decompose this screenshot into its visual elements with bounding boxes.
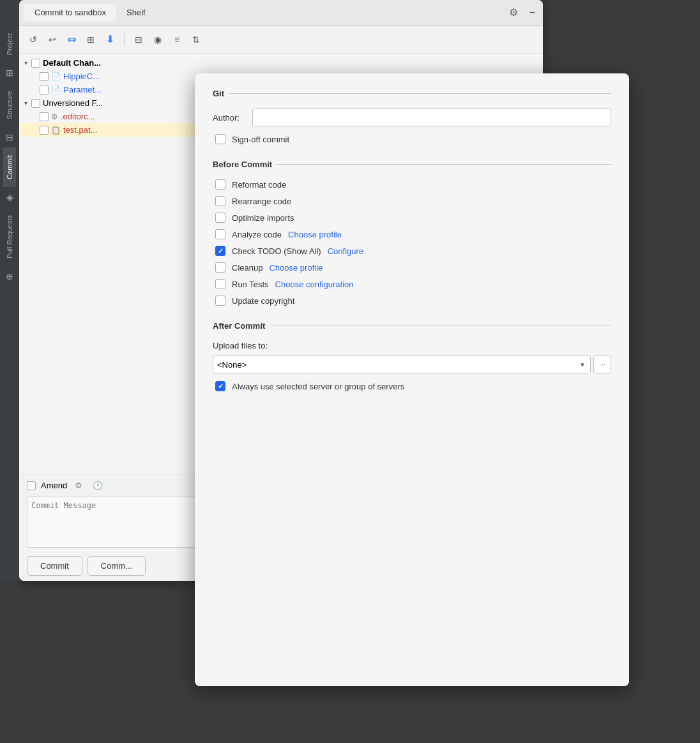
cleanup-profile-link[interactable]: Choose profile bbox=[269, 263, 323, 273]
amend-clock-icon[interactable]: 🕐 bbox=[90, 479, 105, 492]
runtests-config-link[interactable]: Choose configuration bbox=[275, 280, 354, 289]
left-sidebar: Project ⊞ Structure ⊟ Commit ◈ Pull Requ… bbox=[0, 0, 19, 581]
file-name-editorconfig: .editorc... bbox=[61, 112, 95, 121]
checktodo-row: Check TODO (Show All) Configure bbox=[213, 246, 611, 256]
diff-button[interactable]: ⇔ bbox=[64, 32, 79, 47]
after-commit-section: After Commit Upload files to: <None> ···… bbox=[213, 321, 611, 391]
sidebar-structure-grid-icon: ⊟ bbox=[6, 127, 13, 147]
signoff-row: Sign-off commit bbox=[213, 134, 611, 144]
upload-dropdown-wrapper: <None> bbox=[213, 356, 591, 373]
checkbox-editorconfig[interactable] bbox=[40, 112, 49, 121]
more-options-button[interactable]: ··· bbox=[593, 356, 611, 373]
checkbox-testpat[interactable] bbox=[40, 126, 49, 135]
after-commit-title: After Commit bbox=[213, 321, 611, 331]
sidebar-pr-icon: ⊕ bbox=[6, 266, 13, 287]
upload-dropdown-row: <None> ··· bbox=[213, 356, 611, 373]
sidebar-item-project[interactable]: Project bbox=[3, 26, 16, 63]
upload-dropdown[interactable]: <None> bbox=[213, 356, 591, 373]
checktodo-label: Check TODO (Show All) bbox=[232, 246, 321, 256]
checkbox-paramet[interactable] bbox=[40, 86, 49, 94]
always-use-checkbox[interactable] bbox=[215, 381, 225, 391]
download-button[interactable]: ⬇ bbox=[102, 32, 118, 47]
runtests-checkbox[interactable] bbox=[215, 279, 225, 289]
before-commit-section: Before Commit Reformat code Rearrange co… bbox=[213, 160, 611, 306]
rearrange-label: Rearrange code bbox=[232, 197, 291, 206]
analyze-checkbox[interactable] bbox=[215, 229, 225, 239]
commit-push-button[interactable]: Comm... bbox=[88, 556, 146, 576]
file-name-paramet: Paramet... bbox=[63, 85, 102, 94]
git-section: Git Author: Sign-off commit bbox=[213, 89, 611, 144]
file-name-hippiec: HippieC... bbox=[63, 71, 100, 81]
author-input[interactable] bbox=[252, 109, 611, 126]
copyright-checkbox[interactable] bbox=[215, 296, 225, 306]
undo-button[interactable]: ↩ bbox=[45, 32, 60, 47]
unversioned-name: Unversioned F... bbox=[43, 98, 103, 108]
reformat-checkbox[interactable] bbox=[215, 179, 225, 190]
sidebar-item-commit[interactable]: Commit bbox=[3, 147, 16, 187]
clipboard-button[interactable]: ⊞ bbox=[83, 32, 98, 47]
optimize-label: Optimize imports bbox=[232, 213, 294, 223]
checktodo-checkbox[interactable] bbox=[215, 246, 225, 256]
copyright-label: Update copyright bbox=[232, 296, 294, 306]
git-section-title: Git bbox=[213, 89, 611, 98]
file-icon-hippiec: 📄 bbox=[51, 72, 61, 81]
changelist-name: Default Chan... bbox=[43, 58, 101, 68]
file-name-testpat: test.pat... bbox=[63, 125, 97, 135]
cleanup-checkbox[interactable] bbox=[215, 262, 225, 273]
group-button[interactable]: ⊟ bbox=[131, 32, 146, 47]
before-commit-title: Before Commit bbox=[213, 160, 611, 169]
checkbox-unversioned[interactable] bbox=[31, 99, 40, 108]
sort2-button[interactable]: ⇅ bbox=[188, 32, 204, 47]
analyze-profile-link[interactable]: Choose profile bbox=[288, 230, 342, 239]
settings-gear-icon[interactable]: ⚙ bbox=[506, 5, 521, 20]
amend-label: Amend bbox=[41, 481, 67, 490]
analyze-label: Analyze code bbox=[232, 230, 282, 239]
settings-panel: Git Author: Sign-off commit Before Commi… bbox=[195, 73, 629, 686]
signoff-label: Sign-off commit bbox=[232, 135, 289, 144]
file-icon-editorconfig: ⚙ bbox=[51, 112, 58, 121]
file-icon-paramet: 📄 bbox=[51, 86, 61, 94]
separator bbox=[124, 33, 125, 46]
copyright-row: Update copyright bbox=[213, 296, 611, 306]
cleanup-row: Cleanup Choose profile bbox=[213, 262, 611, 273]
checkbox-hippiec[interactable] bbox=[40, 72, 49, 81]
configure-link[interactable]: Configure bbox=[328, 246, 363, 256]
analyze-row: Analyze code Choose profile bbox=[213, 229, 611, 239]
refresh-button[interactable]: ↺ bbox=[26, 32, 41, 47]
checkbox-defaultchangelist[interactable] bbox=[31, 59, 40, 68]
rearrange-row: Rearrange code bbox=[213, 196, 611, 206]
upload-label: Upload files to: bbox=[213, 341, 611, 350]
reformat-row: Reformat code bbox=[213, 179, 611, 190]
reformat-label: Reformat code bbox=[232, 180, 286, 190]
signoff-checkbox[interactable] bbox=[215, 134, 225, 144]
author-label: Author: bbox=[213, 113, 245, 123]
optimize-checkbox[interactable] bbox=[215, 213, 225, 223]
file-icon-testpat: 📋 bbox=[51, 126, 61, 135]
tab-settings-area: ⚙ − bbox=[506, 5, 538, 20]
always-use-row: Always use selected server or group of s… bbox=[213, 381, 611, 391]
minimize-icon[interactable]: − bbox=[527, 6, 538, 20]
tab-shelf[interactable]: Shelf bbox=[116, 4, 156, 21]
eye-button[interactable]: ◉ bbox=[150, 32, 165, 47]
sidebar-git-icon: ◈ bbox=[6, 187, 13, 207]
sort1-button[interactable]: ≡ bbox=[169, 32, 185, 47]
sidebar-item-structure[interactable]: Structure bbox=[3, 83, 16, 127]
tab-commit[interactable]: Commit to sandbox bbox=[24, 4, 116, 21]
amend-settings-icon[interactable]: ⚙ bbox=[72, 479, 85, 492]
commit-button[interactable]: Commit bbox=[27, 556, 82, 576]
always-use-label: Always use selected server or group of s… bbox=[232, 382, 404, 391]
sidebar-item-pullrequests[interactable]: Pull Requests bbox=[3, 207, 16, 266]
tree-item-defaultchangelist[interactable]: ▾ Default Chan... bbox=[19, 56, 543, 70]
sidebar-structure-icon: ⊞ bbox=[6, 63, 13, 83]
author-row: Author: bbox=[213, 109, 611, 126]
toolbar: ↺ ↩ ⇔ ⊞ ⬇ ⊟ ◉ ≡ ⇅ bbox=[19, 26, 543, 54]
rearrange-checkbox[interactable] bbox=[215, 196, 225, 206]
tab-bar: Commit to sandbox Shelf ⚙ − bbox=[19, 0, 543, 26]
runtests-row: Run Tests Choose configuration bbox=[213, 279, 611, 289]
optimize-row: Optimize imports bbox=[213, 213, 611, 223]
runtests-label: Run Tests bbox=[232, 280, 269, 289]
amend-checkbox[interactable] bbox=[27, 481, 36, 490]
cleanup-label: Cleanup bbox=[232, 263, 262, 273]
